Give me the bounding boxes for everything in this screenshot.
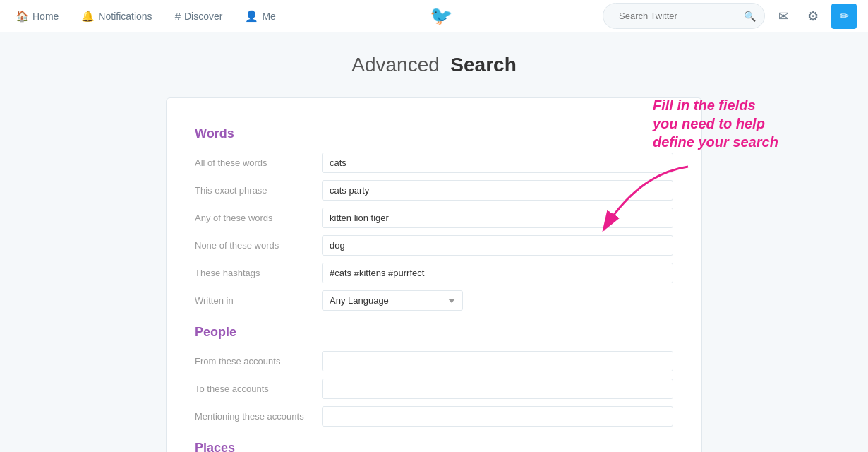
callout-text: Fill in the fields you need to help defi…: [653, 96, 822, 151]
page-title: Advanced Search: [60, 54, 808, 76]
compose-tweet-button[interactable]: ✏: [831, 4, 857, 29]
all-words-label: All of these words: [195, 157, 322, 168]
any-words-label: Any of these words: [195, 213, 322, 223]
mentioning-input[interactable]: [322, 406, 673, 427]
navbar-center: 🐦: [280, 5, 603, 27]
search-icon[interactable]: 🔍: [744, 11, 756, 22]
discover-icon: #: [175, 10, 181, 22]
nav-notifications[interactable]: 🔔 Notifications: [77, 10, 156, 23]
form-container: Words All of these words This exact phra…: [166, 97, 702, 452]
to-accounts-label: To these accounts: [195, 383, 322, 394]
me-icon: 👤: [245, 10, 258, 23]
hashtags-row: These hashtags: [195, 263, 673, 283]
none-words-label: None of these words: [195, 240, 322, 251]
words-section-title: Words: [195, 126, 673, 141]
navbar-left: 🏠 Home 🔔 Notifications # Discover 👤 Me: [11, 10, 280, 23]
navbar-right: 🔍 ✉ ⚙ ✏: [603, 3, 857, 29]
settings-button[interactable]: ⚙: [802, 5, 824, 28]
home-icon: 🏠: [16, 10, 29, 23]
people-section-title: People: [195, 325, 673, 340]
notifications-label: Notifications: [98, 11, 152, 22]
from-accounts-row: From these accounts: [195, 351, 673, 371]
mentioning-row: Mentioning these accounts: [195, 406, 673, 427]
nav-home[interactable]: 🏠 Home: [11, 10, 63, 23]
search-input[interactable]: [612, 6, 744, 25]
callout-arrow: [582, 160, 695, 246]
hashtags-input[interactable]: [322, 263, 673, 283]
messages-button[interactable]: ✉: [772, 5, 795, 28]
from-accounts-label: From these accounts: [195, 356, 322, 367]
main-content: Advanced Search Fill in the fields you n…: [46, 32, 822, 452]
nav-me[interactable]: 👤 Me: [241, 10, 279, 23]
from-accounts-input[interactable]: [322, 351, 673, 371]
home-label: Home: [32, 11, 59, 22]
to-accounts-row: To these accounts: [195, 379, 673, 399]
twitter-logo: 🐦: [430, 5, 452, 27]
language-select[interactable]: Any Language English Spanish French Germ…: [322, 290, 463, 311]
search-bar: 🔍: [603, 3, 765, 29]
mentioning-label: Mentioning these accounts: [195, 411, 322, 422]
exact-phrase-label: This exact phrase: [195, 185, 322, 196]
nav-discover[interactable]: # Discover: [171, 10, 227, 22]
me-label: Me: [262, 11, 275, 22]
discover-label: Discover: [184, 11, 222, 22]
written-in-label: Written in: [195, 295, 322, 306]
navbar: 🏠 Home 🔔 Notifications # Discover 👤 Me 🐦…: [0, 0, 868, 32]
hashtags-label: These hashtags: [195, 268, 322, 278]
written-in-row: Written in Any Language English Spanish …: [195, 290, 673, 311]
places-section-title: Places: [195, 441, 673, 452]
to-accounts-input[interactable]: [322, 379, 673, 399]
notifications-icon: 🔔: [81, 10, 95, 23]
